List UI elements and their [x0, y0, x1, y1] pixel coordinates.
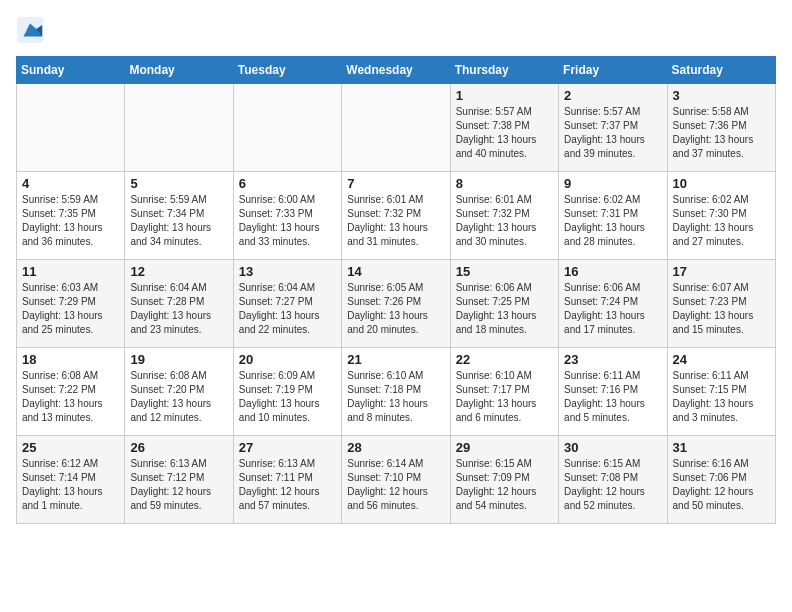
day-number: 22	[456, 352, 553, 367]
calendar-cell: 20Sunrise: 6:09 AMSunset: 7:19 PMDayligh…	[233, 348, 341, 436]
day-number: 20	[239, 352, 336, 367]
day-info: Sunrise: 6:13 AMSunset: 7:12 PMDaylight:…	[130, 457, 227, 513]
day-info: Sunrise: 6:07 AMSunset: 7:23 PMDaylight:…	[673, 281, 770, 337]
calendar-cell: 3Sunrise: 5:58 AMSunset: 7:36 PMDaylight…	[667, 84, 775, 172]
day-number: 5	[130, 176, 227, 191]
calendar-week-row: 18Sunrise: 6:08 AMSunset: 7:22 PMDayligh…	[17, 348, 776, 436]
day-info: Sunrise: 6:00 AMSunset: 7:33 PMDaylight:…	[239, 193, 336, 249]
day-info: Sunrise: 6:02 AMSunset: 7:30 PMDaylight:…	[673, 193, 770, 249]
day-number: 4	[22, 176, 119, 191]
calendar-cell: 4Sunrise: 5:59 AMSunset: 7:35 PMDaylight…	[17, 172, 125, 260]
day-info: Sunrise: 5:59 AMSunset: 7:34 PMDaylight:…	[130, 193, 227, 249]
calendar-cell: 17Sunrise: 6:07 AMSunset: 7:23 PMDayligh…	[667, 260, 775, 348]
day-of-week-header: Thursday	[450, 57, 558, 84]
day-info: Sunrise: 6:15 AMSunset: 7:09 PMDaylight:…	[456, 457, 553, 513]
day-info: Sunrise: 6:14 AMSunset: 7:10 PMDaylight:…	[347, 457, 444, 513]
day-of-week-header: Tuesday	[233, 57, 341, 84]
day-of-week-header: Wednesday	[342, 57, 450, 84]
day-info: Sunrise: 6:06 AMSunset: 7:25 PMDaylight:…	[456, 281, 553, 337]
day-info: Sunrise: 6:08 AMSunset: 7:20 PMDaylight:…	[130, 369, 227, 425]
day-info: Sunrise: 6:05 AMSunset: 7:26 PMDaylight:…	[347, 281, 444, 337]
day-info: Sunrise: 5:59 AMSunset: 7:35 PMDaylight:…	[22, 193, 119, 249]
day-info: Sunrise: 6:02 AMSunset: 7:31 PMDaylight:…	[564, 193, 661, 249]
day-of-week-header: Monday	[125, 57, 233, 84]
calendar-cell: 23Sunrise: 6:11 AMSunset: 7:16 PMDayligh…	[559, 348, 667, 436]
calendar-week-row: 4Sunrise: 5:59 AMSunset: 7:35 PMDaylight…	[17, 172, 776, 260]
day-number: 3	[673, 88, 770, 103]
day-number: 31	[673, 440, 770, 455]
calendar-cell: 1Sunrise: 5:57 AMSunset: 7:38 PMDaylight…	[450, 84, 558, 172]
calendar-cell: 27Sunrise: 6:13 AMSunset: 7:11 PMDayligh…	[233, 436, 341, 524]
calendar-cell: 14Sunrise: 6:05 AMSunset: 7:26 PMDayligh…	[342, 260, 450, 348]
day-number: 30	[564, 440, 661, 455]
calendar-cell: 30Sunrise: 6:15 AMSunset: 7:08 PMDayligh…	[559, 436, 667, 524]
calendar-cell	[125, 84, 233, 172]
day-of-week-header: Saturday	[667, 57, 775, 84]
calendar-cell: 15Sunrise: 6:06 AMSunset: 7:25 PMDayligh…	[450, 260, 558, 348]
day-number: 27	[239, 440, 336, 455]
day-number: 23	[564, 352, 661, 367]
day-info: Sunrise: 5:58 AMSunset: 7:36 PMDaylight:…	[673, 105, 770, 161]
logo	[16, 16, 48, 44]
calendar-header-row: SundayMondayTuesdayWednesdayThursdayFrid…	[17, 57, 776, 84]
day-info: Sunrise: 6:16 AMSunset: 7:06 PMDaylight:…	[673, 457, 770, 513]
day-number: 28	[347, 440, 444, 455]
calendar-cell: 2Sunrise: 5:57 AMSunset: 7:37 PMDaylight…	[559, 84, 667, 172]
day-info: Sunrise: 6:08 AMSunset: 7:22 PMDaylight:…	[22, 369, 119, 425]
day-number: 13	[239, 264, 336, 279]
calendar-cell: 31Sunrise: 6:16 AMSunset: 7:06 PMDayligh…	[667, 436, 775, 524]
day-info: Sunrise: 6:06 AMSunset: 7:24 PMDaylight:…	[564, 281, 661, 337]
day-info: Sunrise: 6:03 AMSunset: 7:29 PMDaylight:…	[22, 281, 119, 337]
calendar-cell: 5Sunrise: 5:59 AMSunset: 7:34 PMDaylight…	[125, 172, 233, 260]
calendar-cell	[233, 84, 341, 172]
calendar-cell: 7Sunrise: 6:01 AMSunset: 7:32 PMDaylight…	[342, 172, 450, 260]
calendar-cell: 25Sunrise: 6:12 AMSunset: 7:14 PMDayligh…	[17, 436, 125, 524]
logo-icon	[16, 16, 44, 44]
day-number: 18	[22, 352, 119, 367]
day-number: 11	[22, 264, 119, 279]
calendar-cell: 10Sunrise: 6:02 AMSunset: 7:30 PMDayligh…	[667, 172, 775, 260]
calendar-cell: 28Sunrise: 6:14 AMSunset: 7:10 PMDayligh…	[342, 436, 450, 524]
calendar-cell: 16Sunrise: 6:06 AMSunset: 7:24 PMDayligh…	[559, 260, 667, 348]
calendar-cell: 24Sunrise: 6:11 AMSunset: 7:15 PMDayligh…	[667, 348, 775, 436]
calendar-cell	[17, 84, 125, 172]
day-number: 24	[673, 352, 770, 367]
calendar-table: SundayMondayTuesdayWednesdayThursdayFrid…	[16, 56, 776, 524]
calendar-cell: 21Sunrise: 6:10 AMSunset: 7:18 PMDayligh…	[342, 348, 450, 436]
day-number: 2	[564, 88, 661, 103]
calendar-week-row: 11Sunrise: 6:03 AMSunset: 7:29 PMDayligh…	[17, 260, 776, 348]
day-info: Sunrise: 5:57 AMSunset: 7:38 PMDaylight:…	[456, 105, 553, 161]
calendar-cell: 8Sunrise: 6:01 AMSunset: 7:32 PMDaylight…	[450, 172, 558, 260]
day-of-week-header: Friday	[559, 57, 667, 84]
day-info: Sunrise: 6:15 AMSunset: 7:08 PMDaylight:…	[564, 457, 661, 513]
calendar-cell: 11Sunrise: 6:03 AMSunset: 7:29 PMDayligh…	[17, 260, 125, 348]
day-info: Sunrise: 6:12 AMSunset: 7:14 PMDaylight:…	[22, 457, 119, 513]
day-number: 25	[22, 440, 119, 455]
calendar-cell	[342, 84, 450, 172]
day-info: Sunrise: 6:04 AMSunset: 7:28 PMDaylight:…	[130, 281, 227, 337]
calendar-cell: 22Sunrise: 6:10 AMSunset: 7:17 PMDayligh…	[450, 348, 558, 436]
day-info: Sunrise: 6:04 AMSunset: 7:27 PMDaylight:…	[239, 281, 336, 337]
calendar-week-row: 25Sunrise: 6:12 AMSunset: 7:14 PMDayligh…	[17, 436, 776, 524]
day-number: 29	[456, 440, 553, 455]
day-number: 17	[673, 264, 770, 279]
calendar-cell: 6Sunrise: 6:00 AMSunset: 7:33 PMDaylight…	[233, 172, 341, 260]
calendar-cell: 13Sunrise: 6:04 AMSunset: 7:27 PMDayligh…	[233, 260, 341, 348]
day-info: Sunrise: 6:10 AMSunset: 7:18 PMDaylight:…	[347, 369, 444, 425]
day-info: Sunrise: 6:10 AMSunset: 7:17 PMDaylight:…	[456, 369, 553, 425]
day-of-week-header: Sunday	[17, 57, 125, 84]
day-info: Sunrise: 6:01 AMSunset: 7:32 PMDaylight:…	[456, 193, 553, 249]
calendar-cell: 18Sunrise: 6:08 AMSunset: 7:22 PMDayligh…	[17, 348, 125, 436]
calendar-cell: 12Sunrise: 6:04 AMSunset: 7:28 PMDayligh…	[125, 260, 233, 348]
day-number: 6	[239, 176, 336, 191]
calendar-week-row: 1Sunrise: 5:57 AMSunset: 7:38 PMDaylight…	[17, 84, 776, 172]
day-info: Sunrise: 6:01 AMSunset: 7:32 PMDaylight:…	[347, 193, 444, 249]
calendar-cell: 9Sunrise: 6:02 AMSunset: 7:31 PMDaylight…	[559, 172, 667, 260]
day-info: Sunrise: 6:09 AMSunset: 7:19 PMDaylight:…	[239, 369, 336, 425]
day-number: 19	[130, 352, 227, 367]
day-number: 9	[564, 176, 661, 191]
day-number: 8	[456, 176, 553, 191]
calendar-cell: 29Sunrise: 6:15 AMSunset: 7:09 PMDayligh…	[450, 436, 558, 524]
day-number: 15	[456, 264, 553, 279]
day-number: 1	[456, 88, 553, 103]
